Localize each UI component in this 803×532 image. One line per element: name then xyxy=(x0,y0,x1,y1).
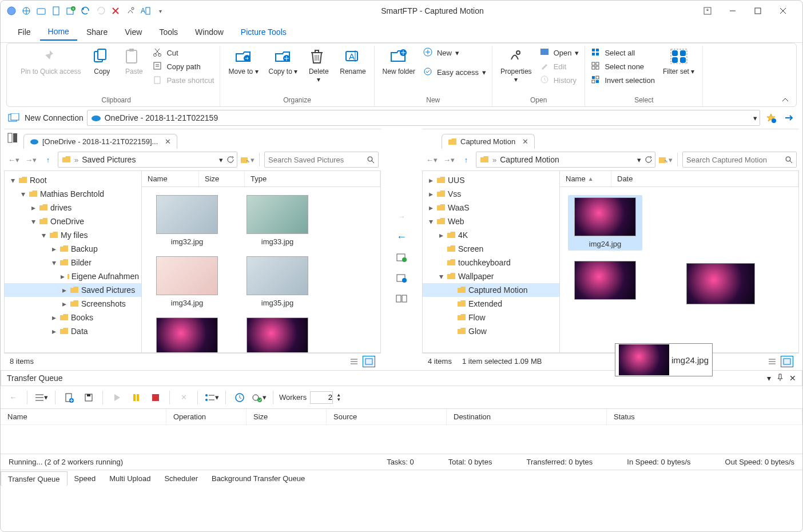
filter-set-button[interactable]: Filter set ▾ xyxy=(658,46,699,78)
minimize-button[interactable] xyxy=(724,3,742,19)
tq-play-icon[interactable] xyxy=(109,390,125,406)
pin-button[interactable]: Pin to Quick access xyxy=(16,46,85,78)
tree-node[interactable]: ▸Backup xyxy=(5,242,141,256)
tree-node[interactable]: Flow xyxy=(423,311,559,324)
thumbnail[interactable]: img25.jpg xyxy=(240,317,315,352)
dropdown-icon[interactable]: ▾ xyxy=(753,114,757,122)
thumbnail[interactable]: img32.jpg xyxy=(150,195,224,246)
properties-button[interactable]: Properties▾ xyxy=(496,46,536,86)
easy-access-button[interactable]: Easy access ▾ xyxy=(421,65,488,79)
tq-add-icon[interactable] xyxy=(61,390,77,406)
tq-close-icon[interactable]: ✕ xyxy=(789,374,796,383)
paste-button[interactable]: Paste xyxy=(118,46,149,78)
undo-icon[interactable] xyxy=(79,5,92,17)
tq-list-icon[interactable]: ▾ xyxy=(33,390,49,406)
menu-share[interactable]: Share xyxy=(78,24,116,40)
tree-node[interactable]: ▾Bilder xyxy=(5,256,141,269)
close-button[interactable] xyxy=(774,3,792,19)
tq-remove-icon[interactable]: ✕ xyxy=(176,390,192,406)
qa-add-icon[interactable]: + xyxy=(65,5,77,17)
right-tab[interactable]: Captured Motion ✕ xyxy=(442,134,535,149)
link-icon[interactable]: ▾ xyxy=(658,152,673,167)
qa-settings-icon[interactable] xyxy=(124,5,137,17)
copy-to-button[interactable]: Copy to ▾ xyxy=(264,46,303,78)
right-tree[interactable]: ▸UUS▸Vss▸WaaS▾Web▸4KScreentouchkeyboard▾… xyxy=(423,171,560,352)
left-tree[interactable]: ▾Root▾Mathias Berchtold▸drives▾OneDrive▾… xyxy=(5,171,142,352)
select-all-button[interactable]: Select all xyxy=(589,46,657,59)
qa-more-icon[interactable]: ▾ xyxy=(154,5,166,17)
tree-node[interactable]: ▸Data xyxy=(5,324,141,338)
select-none-button[interactable]: Select none xyxy=(589,59,657,73)
right-list-header[interactable]: Name▲ Date xyxy=(560,171,798,187)
left-search-input[interactable] xyxy=(268,156,375,164)
tree-node[interactable]: ▸Eigene Aufnahmen xyxy=(5,269,141,283)
tq-tab-multi[interactable]: Multi Upload xyxy=(102,471,157,486)
tree-node[interactable]: ▾My files xyxy=(5,228,141,242)
history-button[interactable]: History xyxy=(538,73,582,87)
tq-save-icon[interactable] xyxy=(81,390,97,406)
swap-panes-icon[interactable] xyxy=(7,133,20,145)
menu-view[interactable]: View xyxy=(117,24,150,40)
favorites-icon[interactable] xyxy=(764,110,778,125)
tq-tab-scheduler[interactable]: Scheduler xyxy=(157,471,205,486)
rename-button[interactable]: ARename xyxy=(335,46,370,78)
cut-button[interactable]: Cut xyxy=(150,46,216,59)
search-icon[interactable] xyxy=(367,156,375,164)
tq-tab-queue[interactable]: Transfer Queue xyxy=(1,471,67,486)
close-tab-icon[interactable]: ✕ xyxy=(165,137,171,146)
redo-icon[interactable] xyxy=(94,5,107,17)
compact-icon[interactable] xyxy=(698,3,717,19)
tree-node[interactable]: ▾Mathias Berchtold xyxy=(5,187,141,201)
qa-doc-icon[interactable] xyxy=(50,5,62,17)
thumbnail[interactable]: img35.jpg xyxy=(240,256,315,307)
new-item-button[interactable]: New ▾ xyxy=(421,46,488,59)
back-icon[interactable]: ←▾ xyxy=(424,152,439,167)
thumbnail[interactable]: img24.jpg xyxy=(568,195,642,251)
tq-dropdown-icon[interactable]: ▾ xyxy=(767,374,771,383)
close-tab-icon[interactable]: ✕ xyxy=(522,137,528,146)
tree-node[interactable]: ▸UUS xyxy=(423,173,559,187)
tq-back-icon[interactable]: ← xyxy=(5,390,21,406)
tree-node[interactable]: touchkeyboard xyxy=(423,256,559,269)
tree-node[interactable]: ▾Root xyxy=(5,173,141,187)
tq-tab-speed[interactable]: Speed xyxy=(67,471,103,486)
forward-icon[interactable]: →▾ xyxy=(23,152,38,167)
tree-node[interactable]: ▸4K xyxy=(423,228,559,242)
left-path-combo[interactable]: » Saved Pictures ▾ xyxy=(58,152,237,168)
details-view-icon[interactable] xyxy=(766,356,778,367)
ribbon-collapse-icon[interactable] xyxy=(781,97,789,103)
tree-node[interactable]: Screen xyxy=(423,242,559,256)
xfer-right-icon[interactable]: → xyxy=(393,208,410,224)
tree-node[interactable]: ▸Books xyxy=(5,311,141,324)
up-icon[interactable]: ↑ xyxy=(41,152,55,167)
right-thumbs[interactable]: img24.jpg xyxy=(560,187,798,352)
right-search[interactable] xyxy=(682,152,797,168)
right-search-input[interactable] xyxy=(686,156,793,164)
invert-selection-button[interactable]: Invert selection xyxy=(589,73,657,87)
address-combo[interactable]: OneDrive - 2018-11-21T022159 ▾ xyxy=(87,110,760,126)
delete-button[interactable]: Delete▾ xyxy=(303,46,334,86)
thumbnail[interactable]: img34.jpg xyxy=(150,256,224,307)
copy-path-button[interactable]: Copy path xyxy=(150,59,216,73)
workers-down-icon[interactable]: ▼ xyxy=(336,398,341,402)
search-icon[interactable] xyxy=(785,156,793,164)
menu-home[interactable]: Home xyxy=(40,23,77,41)
qa-open-icon[interactable] xyxy=(35,5,47,17)
qa-language-icon[interactable]: A xyxy=(139,5,152,17)
xfer-sync-icon[interactable] xyxy=(393,249,410,265)
thumbnail[interactable]: img24.jpg xyxy=(150,317,224,352)
tq-pause-icon[interactable] xyxy=(128,390,144,406)
tq-schedule-icon[interactable] xyxy=(232,390,248,406)
copy-button[interactable]: Copy xyxy=(86,46,117,78)
refresh-icon[interactable] xyxy=(226,156,234,164)
qa-close-icon[interactable] xyxy=(109,5,122,17)
thumbs-view-icon[interactable] xyxy=(781,356,793,367)
left-list-header[interactable]: Name Size Type xyxy=(142,171,380,187)
tq-grouplist-icon[interactable]: ▾ xyxy=(204,390,220,406)
tq-pin-icon[interactable] xyxy=(777,374,784,383)
dropdown-icon[interactable]: ▾ xyxy=(637,156,641,164)
xfer-left-icon[interactable]: ← xyxy=(393,229,410,245)
dropdown-icon[interactable]: ▾ xyxy=(219,156,223,164)
tq-tab-bg[interactable]: Background Transfer Queue xyxy=(205,471,312,486)
right-path-combo[interactable]: » Captured Motion ▾ xyxy=(476,152,655,168)
